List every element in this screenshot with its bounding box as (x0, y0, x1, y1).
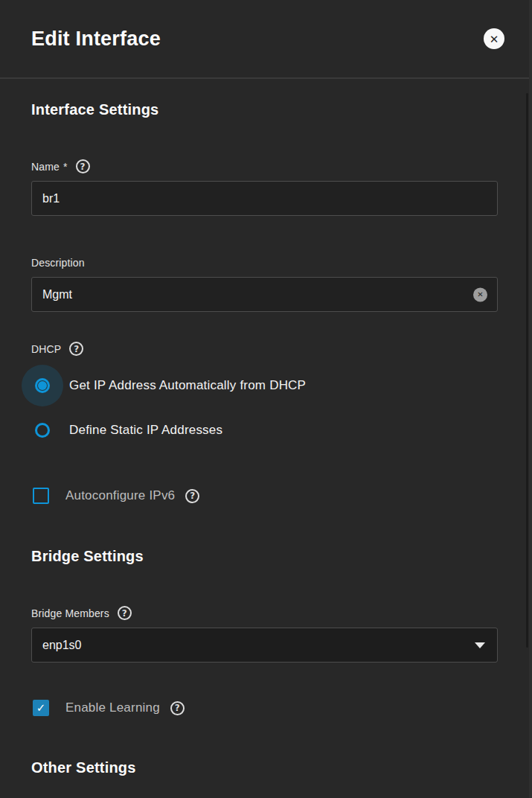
panel-content: Interface Settings Name * ? Description … (0, 100, 532, 777)
dhcp-help-icon[interactable]: ? (69, 342, 83, 356)
checkbox-enable-learning[interactable]: ✓ Enable Learning ? (33, 700, 498, 716)
name-input-wrap (31, 181, 498, 216)
description-input-wrap: ✕ (31, 277, 498, 312)
dhcp-label: DHCP (31, 343, 61, 355)
radio-dot (38, 381, 47, 390)
close-icon[interactable]: ✕ (484, 28, 504, 49)
radio-halo (22, 365, 63, 406)
bridge-members-help-icon[interactable]: ? (118, 606, 132, 620)
name-help-icon[interactable]: ? (76, 159, 90, 173)
description-input[interactable] (31, 277, 498, 312)
enable-learning-label: Enable Learning (65, 700, 160, 715)
other-settings-heading: Other Settings (31, 758, 498, 777)
description-label-row: Description (31, 255, 498, 269)
description-label: Description (31, 257, 85, 269)
bridge-members-label: Bridge Members (31, 607, 109, 619)
bridge-settings-heading: Bridge Settings (31, 546, 498, 566)
panel-right-edge (529, 0, 532, 798)
bridge-members-select[interactable]: enp1s0 (31, 628, 498, 663)
radio-icon (35, 378, 50, 393)
bridge-members-value: enp1s0 (42, 639, 82, 652)
scrollbar-thumb[interactable] (526, 93, 528, 648)
checkbox-autoconfigure-ipv6[interactable]: ✓ Autoconfigure IPv6 ? (33, 488, 498, 504)
checkbox-icon: ✓ (33, 488, 49, 504)
radio-halo (22, 409, 63, 451)
radio-dhcp-automatic-label: Get IP Address Automatically from DHCP (69, 378, 306, 393)
radio-icon (35, 423, 50, 438)
enable-learning-help-icon[interactable]: ? (170, 701, 185, 715)
radio-dot (38, 426, 47, 435)
autoconfigure-ipv6-help-icon[interactable]: ? (185, 489, 199, 503)
required-marker: * (63, 161, 68, 173)
radio-static-ip[interactable]: Define Static IP Addresses (22, 409, 498, 451)
clear-icon[interactable]: ✕ (473, 287, 487, 301)
name-label-row: Name * ? (31, 159, 498, 173)
autoconfigure-ipv6-label: Autoconfigure IPv6 (65, 488, 175, 503)
name-input[interactable] (31, 181, 498, 216)
checkbox-icon: ✓ (33, 700, 49, 716)
chevron-down-icon (475, 642, 485, 648)
bridge-members-label-row: Bridge Members ? (31, 606, 498, 620)
panel-title: Edit Interface (31, 28, 484, 51)
interface-settings-heading: Interface Settings (31, 100, 498, 119)
edit-interface-panel: Edit Interface ✕ Interface Settings Name… (0, 0, 532, 798)
radio-static-ip-label: Define Static IP Addresses (69, 423, 222, 438)
radio-dhcp-automatic[interactable]: Get IP Address Automatically from DHCP (22, 365, 498, 406)
dhcp-label-row: DHCP ? (31, 342, 498, 356)
name-label: Name (31, 161, 60, 173)
panel-header: Edit Interface ✕ (0, 0, 532, 79)
